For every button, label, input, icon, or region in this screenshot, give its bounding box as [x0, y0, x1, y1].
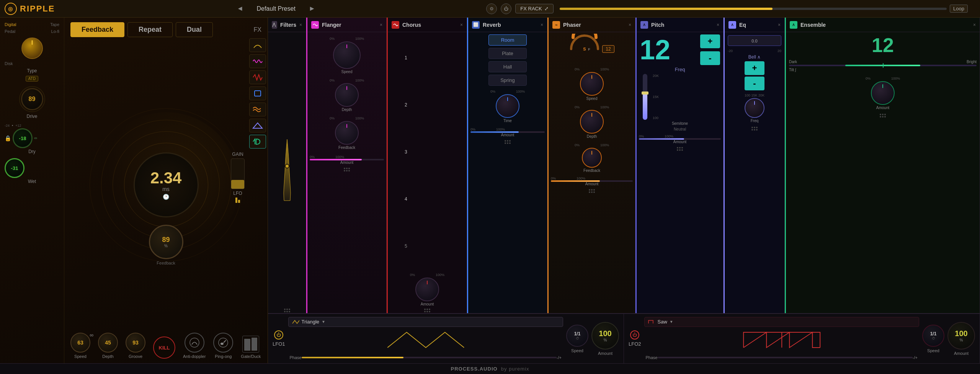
lfo1-phase-track[interactable] [302, 357, 557, 358]
feedback-knob[interactable]: 89 % Feedback [149, 225, 183, 265]
eq-module: ∧ Eq × 0.0 -20 20 Bell ∧ [724, 18, 785, 313]
flanger-module: Flanger × 0% 100% Speed [306, 18, 387, 313]
drive-knob-ring[interactable]: 89 [19, 86, 45, 112]
depth-knob[interactable]: 45 [98, 333, 118, 353]
eq-plus-button[interactable]: + [745, 61, 764, 75]
settings-button[interactable]: ⚙ [486, 3, 497, 14]
lfo1-amount-knob[interactable]: 100 % [591, 322, 619, 350]
lfo2-speed-knob[interactable]: 1/1 ⏱ [922, 325, 944, 347]
reverb-drag-handle[interactable] [468, 139, 547, 145]
pitch-close[interactable]: × [717, 22, 719, 28]
ensemble-amount-knob[interactable] [871, 81, 895, 105]
fx-rack-button[interactable]: FX RACK ⤢ [515, 4, 553, 13]
lfo2-shape-selector[interactable]: Saw ▼ [644, 317, 919, 327]
flanger-amount-section: 0%100% Amount [307, 154, 386, 167]
reverb-hall-btn[interactable]: Hall [488, 61, 527, 72]
chorus-close[interactable]: × [460, 22, 463, 28]
ensemble-close[interactable]: × [973, 22, 976, 28]
lfo1-bottom: Triangle ▼ Phase [288, 317, 563, 361]
lfo2-phase-track[interactable] [658, 357, 913, 358]
wet-knob[interactable]: -31 [5, 158, 24, 178]
type-knob[interactable] [21, 38, 43, 59]
eq-freq-label: Freq [751, 119, 759, 123]
phaser-feedback-knob[interactable] [582, 148, 602, 168]
phaser-close[interactable]: × [629, 22, 631, 28]
pitch-semitone-value: 12 [640, 36, 697, 64]
filters-module: Filters × [268, 18, 306, 313]
delay-main-area: Feedback Repeat Dual FX [64, 18, 268, 363]
tab-dual[interactable]: Dual [176, 22, 213, 37]
lfo1-speed-knob[interactable]: 1/1 ⏱ [566, 325, 588, 347]
gateduck-display[interactable] [242, 336, 259, 353]
loop-label: Loop [950, 5, 968, 13]
pitch-drag-handle[interactable] [637, 146, 723, 152]
phaser-amount-section: 0%100% Amount [549, 176, 635, 188]
lfo1-power-button[interactable]: ⏻ [274, 330, 283, 340]
reverb-time-knob[interactable] [496, 94, 519, 118]
dry-section: -24•+12 🔒 -18 Dry -31 Wet [5, 124, 59, 184]
loop-bar-fill [560, 8, 773, 10]
chorus-header: Chorus × [388, 18, 467, 32]
pitch-vert-slider[interactable] [643, 74, 647, 120]
groove-knob[interactable]: 93 [126, 333, 145, 353]
dark-bright-bar[interactable] [789, 65, 977, 66]
lock-icon[interactable]: 🔒 [5, 135, 11, 141]
power-button[interactable]: ⏻ [501, 3, 511, 14]
spread-knob[interactable]: 63 [70, 333, 90, 353]
chorus-amount-knob[interactable] [415, 278, 439, 301]
filters-close[interactable]: × [299, 22, 302, 28]
pingpong-button[interactable] [213, 333, 233, 353]
gain-slider[interactable] [231, 158, 245, 189]
footer-bar: PROCESS.AUDIO by puremix [0, 363, 980, 374]
main-content: Digital Tape Pedal Lo-fi Disk Type ATD [0, 18, 980, 363]
flanger-speed-knob[interactable] [333, 41, 361, 69]
chorus-mode-3[interactable] [391, 54, 402, 63]
solo-badge[interactable] [34, 137, 37, 139]
flanger-feedback-knob[interactable] [335, 121, 359, 145]
reverb-content: Room Plate Hall Spring 0% 100% Time [468, 32, 547, 127]
phaser-depth-knob[interactable] [580, 110, 604, 134]
flanger-drag-handle[interactable] [307, 167, 386, 172]
chorus-mode-1[interactable] [391, 35, 402, 44]
eq-close[interactable]: × [778, 22, 781, 28]
flanger-header: Flanger × [307, 18, 386, 32]
loop-progress-bar[interactable] [560, 8, 947, 10]
pitch-plus-button[interactable]: + [700, 34, 720, 48]
eq-drag-handle[interactable] [725, 126, 784, 131]
flanger-depth-knob[interactable] [335, 83, 359, 107]
eq-minus-button[interactable]: - [745, 77, 764, 90]
flanger-close[interactable]: × [380, 22, 382, 28]
preset-next-button[interactable]: ► [309, 5, 315, 13]
reverb-close[interactable]: × [541, 22, 543, 28]
chorus-mode-5[interactable] [391, 73, 402, 82]
antidoppler-knob[interactable] [185, 333, 204, 353]
filters-drag-handle[interactable] [268, 308, 306, 313]
delay-sidebar: Digital Tape Pedal Lo-fi Disk Type ATD [0, 18, 64, 363]
lfo2-amount-knob[interactable]: 100 % [947, 322, 975, 350]
reverb-plate-btn[interactable]: Plate [488, 48, 527, 59]
eq-freq-knob[interactable] [745, 98, 764, 118]
tab-repeat[interactable]: Repeat [127, 22, 173, 37]
preset-prev-button[interactable]: ◄ [237, 5, 243, 13]
chorus-modes [391, 35, 402, 268]
lfo2-unit: ⏻ LFO2 Saw ▼ [624, 314, 980, 363]
svg-text:F: F [588, 47, 591, 51]
lfo2-power-button[interactable]: ⏻ [630, 330, 639, 340]
chorus-mode-2[interactable] [391, 45, 402, 53]
flanger-icon [311, 21, 319, 29]
ensemble-icon: ∧ [790, 21, 797, 29]
kill-button[interactable]: KILL [153, 336, 175, 359]
lfo1-shape-selector[interactable]: Triangle ▼ [288, 317, 563, 327]
delay-rings: 2.34 ms 🕐 89 % Feedback [90, 108, 243, 261]
ensemble-drag-handle[interactable] [786, 113, 980, 118]
chorus-drag-handle[interactable] [388, 308, 467, 313]
pitch-minus-button[interactable]: - [700, 51, 720, 65]
phaser-speed-knob[interactable] [580, 72, 604, 96]
tab-feedback[interactable]: Feedback [70, 22, 124, 37]
reverb-spring-btn[interactable]: Spring [488, 75, 527, 86]
phaser-drag-handle[interactable] [549, 188, 635, 194]
pitch-icon: ∧ [640, 21, 648, 29]
chorus-mode-4[interactable] [391, 64, 402, 72]
reverb-room-btn[interactable]: Room [488, 34, 527, 46]
dry-knob[interactable]: -18 [13, 128, 33, 148]
